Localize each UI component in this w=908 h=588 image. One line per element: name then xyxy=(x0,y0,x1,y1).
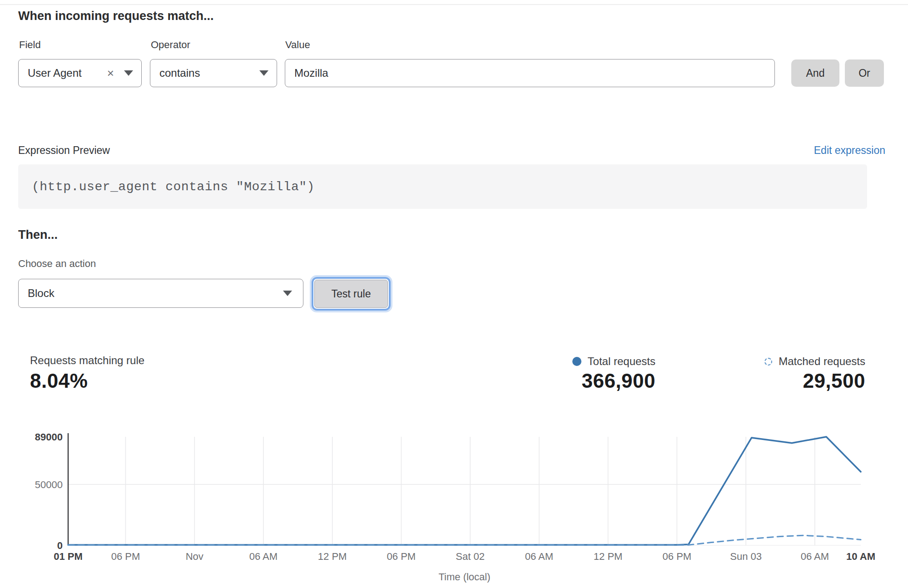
chevron-down-icon xyxy=(283,291,292,296)
matched-requests-marker-icon xyxy=(764,358,772,366)
action-select[interactable]: Block xyxy=(18,279,303,308)
matched-requests-value: 29,500 xyxy=(803,370,865,392)
chart-y-labels: 05000089000 xyxy=(35,431,63,551)
or-button[interactable]: Or xyxy=(845,59,884,87)
action-select-value: Block xyxy=(28,287,55,300)
expression-code-block: (http.user_agent contains "Mozilla") xyxy=(18,164,867,209)
svg-text:06 PM: 06 PM xyxy=(663,551,692,562)
chart-xaxis-title: Time (local) xyxy=(438,571,490,583)
legend-matched-requests: Matched requests 29,500 xyxy=(764,355,865,392)
field-select-value: User Agent xyxy=(28,67,82,79)
operator-select-value: contains xyxy=(159,67,200,79)
svg-text:50000: 50000 xyxy=(35,479,63,490)
matching-stat: Requests matching rule 8.04% xyxy=(30,354,144,392)
svg-text:06 AM: 06 AM xyxy=(801,551,829,562)
chart-x-labels: 01 PM06 PMNov06 AM12 PM06 PMSat 0206 AM1… xyxy=(54,551,875,562)
value-input[interactable] xyxy=(285,59,775,87)
matching-stat-value: 8.04% xyxy=(30,370,144,392)
expression-preview-label: Expression Preview xyxy=(18,144,110,157)
edit-expression-link[interactable]: Edit expression xyxy=(814,144,885,157)
match-section-heading: When incoming requests match... xyxy=(18,9,214,23)
svg-text:06 AM: 06 AM xyxy=(525,551,553,562)
and-button[interactable]: And xyxy=(791,59,839,87)
expression-code: (http.user_agent contains "Mozilla") xyxy=(32,180,315,194)
total-requests-label: Total requests xyxy=(588,355,655,368)
svg-text:12 PM: 12 PM xyxy=(318,551,347,562)
field-select[interactable]: User Agent × xyxy=(18,59,142,87)
test-rule-button[interactable]: Test rule xyxy=(314,280,388,308)
svg-text:12 PM: 12 PM xyxy=(594,551,623,562)
operator-select[interactable]: contains xyxy=(150,59,277,87)
total-requests-marker-icon xyxy=(572,357,581,366)
requests-chart-svg: 0500008900001 PM06 PMNov06 AM12 PM06 PMS… xyxy=(18,422,886,588)
chart-series-total-requests xyxy=(68,437,861,545)
matched-requests-label: Matched requests xyxy=(779,355,865,368)
legend-total-requests: Total requests 366,900 xyxy=(572,355,655,392)
svg-text:06 AM: 06 AM xyxy=(249,551,278,562)
chevron-down-icon xyxy=(124,70,133,76)
value-label: Value xyxy=(285,39,310,51)
chevron-down-icon xyxy=(259,70,268,76)
svg-text:01 PM: 01 PM xyxy=(54,551,83,562)
chart-series-matched-requests xyxy=(68,535,861,545)
svg-text:06 PM: 06 PM xyxy=(111,551,140,562)
svg-text:Sat 02: Sat 02 xyxy=(456,551,485,562)
total-requests-value: 366,900 xyxy=(581,370,655,392)
matching-stat-label: Requests matching rule xyxy=(30,354,144,367)
then-heading: Then... xyxy=(18,228,58,242)
svg-text:Nov: Nov xyxy=(186,551,203,562)
top-divider xyxy=(0,4,908,5)
operator-label: Operator xyxy=(151,39,190,51)
field-label: Field xyxy=(19,39,41,51)
svg-text:0: 0 xyxy=(57,540,63,551)
choose-action-label: Choose an action xyxy=(18,258,96,270)
svg-text:06 PM: 06 PM xyxy=(387,551,416,562)
svg-text:Sun 03: Sun 03 xyxy=(730,551,762,562)
clear-field-icon[interactable]: × xyxy=(107,67,114,79)
svg-text:10 AM: 10 AM xyxy=(846,551,875,562)
svg-text:89000: 89000 xyxy=(35,431,63,443)
